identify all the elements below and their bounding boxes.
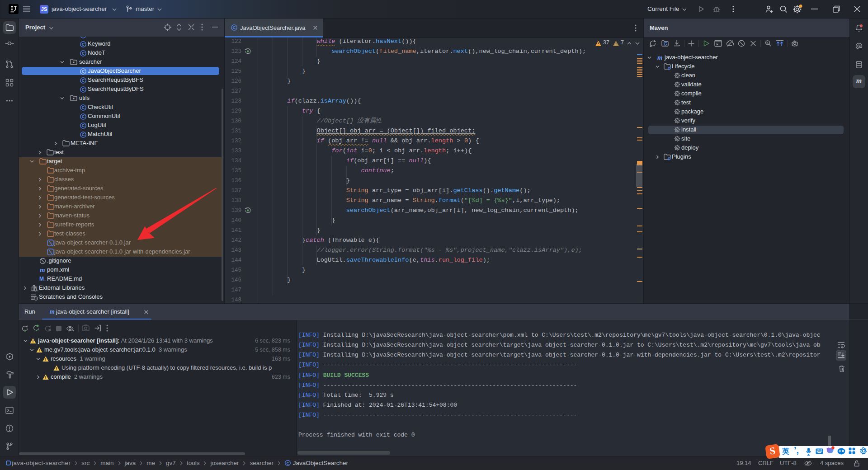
svg-text:C: C [82, 51, 85, 56]
svg-text:C: C [82, 114, 85, 119]
svg-text:C: C [82, 87, 85, 92]
svg-text:C: C [82, 132, 85, 137]
svg-text:C: C [82, 105, 85, 110]
svg-text:C: C [82, 78, 85, 83]
svg-text:C: C [82, 123, 85, 128]
svg-text:C: C [82, 42, 85, 47]
svg-text:C: C [82, 69, 85, 74]
svg-text:C: C [287, 461, 289, 465]
svg-text:C: C [233, 25, 236, 30]
